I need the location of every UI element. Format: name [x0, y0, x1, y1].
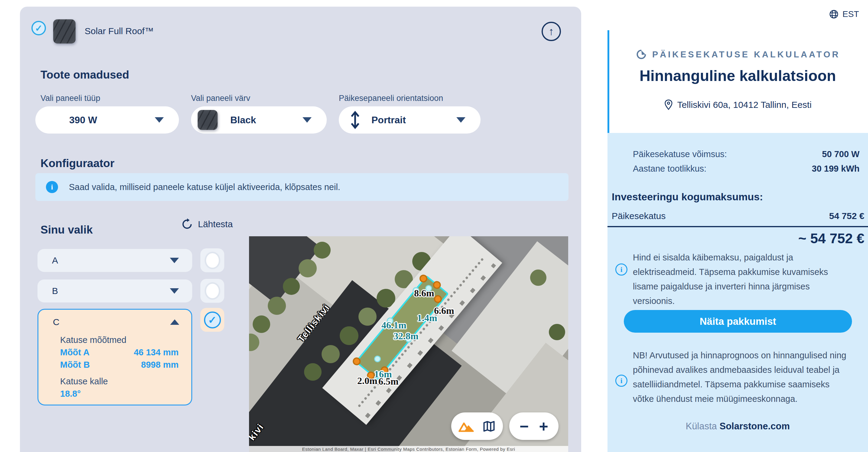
footer-link-row: Külasta Solarstone.com: [608, 421, 868, 432]
map-tree: [283, 278, 300, 295]
panel-color-swatch: [198, 110, 218, 130]
product-selected-checkbox[interactable]: ✓: [31, 21, 46, 35]
roof-side-c-checkbox[interactable]: ✓: [200, 308, 224, 332]
dim-b-label: Mõõt B: [60, 360, 90, 370]
reset-icon: [181, 218, 193, 230]
measurement-label: 2.0m: [357, 375, 377, 386]
map-tree: [299, 259, 317, 278]
info-icon: i: [46, 181, 58, 193]
chevron-down-icon: [155, 117, 164, 123]
map-tree: [549, 324, 565, 340]
info-banner-text: Saad valida, milliseid paneele katuse kü…: [69, 182, 340, 192]
page-title: Hinnanguline kalkulatsioon: [608, 67, 868, 85]
info-banner: i Saad valida, milliseid paneele katuse …: [35, 173, 568, 201]
address-text: Telliskivi 60a, 10412 Tallinn, Eesti: [677, 100, 812, 110]
zoom-out-button[interactable]: −: [520, 417, 529, 435]
reset-label: Lähtesta: [198, 219, 233, 229]
roof-side-c-label: C: [53, 317, 60, 327]
panel-orientation-label: Päikesepaneeli orientatsioon: [339, 94, 443, 103]
measurement-label: 1.4m: [417, 313, 437, 324]
info-outline-icon: i: [615, 375, 627, 387]
product-header: ✓ Solar Full Roof™ ↑: [20, 7, 581, 55]
section-title-selection: Sinu valik: [40, 224, 93, 236]
panel-color-label: Vali paneeli värv: [191, 94, 250, 103]
map-layer-icon[interactable]: [482, 420, 496, 433]
yield-stat-row: Aastane tootlikkus: 30 199 kWh: [633, 164, 860, 174]
info-outline-icon: i: [615, 263, 627, 276]
roof-slope-label: Katuse kalle: [60, 377, 179, 386]
solar-calculator-app: ✓ Solar Full Roof™ ↑ Toote omadused Vali…: [0, 0, 868, 452]
estimate-summary: Päikesekatuse võimsus: 50 700 W Aastane …: [608, 133, 868, 452]
panel-orientation-dropdown[interactable]: Portrait: [339, 106, 480, 133]
map-tree: [359, 308, 377, 326]
map-tree: [314, 242, 331, 259]
map-tree: [268, 297, 286, 315]
roof-dims-title: Katuse mõõtmed: [60, 335, 179, 345]
roof-side-c-details: Katuse mõõtmed Mõõt A 46 134 mm Mõõt B 8…: [60, 335, 179, 399]
location-pin-icon: [664, 99, 673, 110]
price-note: Hind ei sisalda käibemaksu, paigaldust j…: [633, 250, 851, 308]
dim-a-label: Mõõt A: [60, 348, 89, 357]
reset-button[interactable]: Lähtesta: [181, 218, 233, 230]
line-item-row: Päikesekatus 54 752 €: [612, 211, 864, 221]
map-layer-controls: [451, 412, 503, 440]
chevron-down-icon: [456, 117, 465, 123]
yield-stat-value: 30 199 kWh: [812, 164, 860, 174]
roof-side-a-checkbox[interactable]: [200, 248, 224, 272]
portrait-arrows-icon: [349, 111, 361, 129]
roof-side-a-label: A: [52, 255, 58, 266]
chevron-down-icon: [303, 117, 312, 123]
solarstone-link[interactable]: Solarstone.com: [720, 421, 790, 431]
checked-circle-icon: ✓: [204, 312, 221, 328]
map-tree: [530, 269, 547, 286]
measurement-label: 46.1m: [381, 320, 406, 331]
section-title-configurator: Konfiguraator: [40, 157, 115, 170]
dim-b-value: 8998 mm: [141, 360, 179, 370]
panel-orientation-value: Portrait: [371, 115, 406, 126]
power-stat-value: 50 700 W: [822, 149, 860, 159]
terrain-layer-icon[interactable]: [459, 420, 474, 432]
dim-a-value: 46 134 mm: [134, 348, 179, 357]
roof-side-b-dropdown[interactable]: B: [37, 280, 192, 302]
language-selector[interactable]: EST: [829, 9, 859, 19]
measurement-label: 8.6m: [414, 288, 434, 299]
panel-color-value: Black: [230, 115, 256, 126]
power-stat-row: Päikesekatuse võimsus: 50 700 W: [633, 149, 860, 159]
map-tree: [321, 345, 340, 363]
chevron-up-icon: [170, 319, 179, 325]
roof-side-b-label: B: [52, 286, 58, 296]
roof-slope-value: 18.8°: [60, 389, 179, 399]
dim-a-row: Mõõt A 46 134 mm: [60, 348, 179, 357]
globe-icon: [829, 9, 839, 19]
product-name: Solar Full Roof™: [85, 26, 154, 36]
panel-color-dropdown[interactable]: Black: [191, 106, 327, 133]
zoom-in-button[interactable]: +: [539, 417, 548, 435]
show-offer-button[interactable]: Näita pakkumist: [624, 310, 852, 333]
roof-side-c-panel[interactable]: C Katuse mõõtmed Mõõt A 46 134 mm Mõõt B…: [37, 309, 192, 406]
roof-side-b-checkbox[interactable]: [200, 279, 224, 303]
language-label: EST: [843, 9, 859, 19]
line-item-value: 54 752 €: [829, 211, 864, 221]
product-thumbnail: [53, 19, 75, 43]
dim-b-row: Mõõt B 8998 mm: [60, 360, 179, 370]
map-zoom-controls: − +: [509, 412, 559, 440]
total-price: ~ 54 752 €: [798, 230, 864, 247]
map-tree: [340, 326, 359, 345]
brand-row: PÄIKESEKATUSE KALKULAATOR: [608, 49, 868, 60]
satellite-map[interactable]: 8.6m 6.6m 1.4m 46.1m 32.8m 6.5m 16m 2.0m…: [249, 236, 568, 452]
address-row: Telliskivi 60a, 10412 Tallinn, Eesti: [608, 99, 868, 110]
measurement-label: 32.8m: [394, 330, 418, 342]
panel-type-label: Vali paneeli tüüp: [40, 94, 100, 103]
estimate-sidebar: EST PÄIKESEKATUSE KALKULAATOR Hinnanguli…: [608, 0, 868, 452]
product-card: ✓ Solar Full Roof™ ↑ Toote omadused Vali…: [20, 7, 581, 452]
collapse-card-button[interactable]: ↑: [541, 22, 561, 41]
disclaimer-note: NB! Arvutused ja hinnaprognoos on hinnan…: [633, 348, 851, 406]
chevron-down-icon: [170, 288, 179, 294]
chevron-down-icon: [170, 258, 179, 263]
map-attribution: Estonian Land Board, Maxar | Esri Commun…: [249, 446, 568, 452]
investment-title: Investeeringu kogumaksumus:: [612, 191, 763, 203]
roof-side-a-dropdown[interactable]: A: [37, 249, 192, 272]
panel-type-dropdown[interactable]: 390 W: [35, 106, 179, 133]
panel-type-value: 390 W: [69, 115, 97, 126]
section-title-properties: Toote omadused: [40, 69, 129, 81]
